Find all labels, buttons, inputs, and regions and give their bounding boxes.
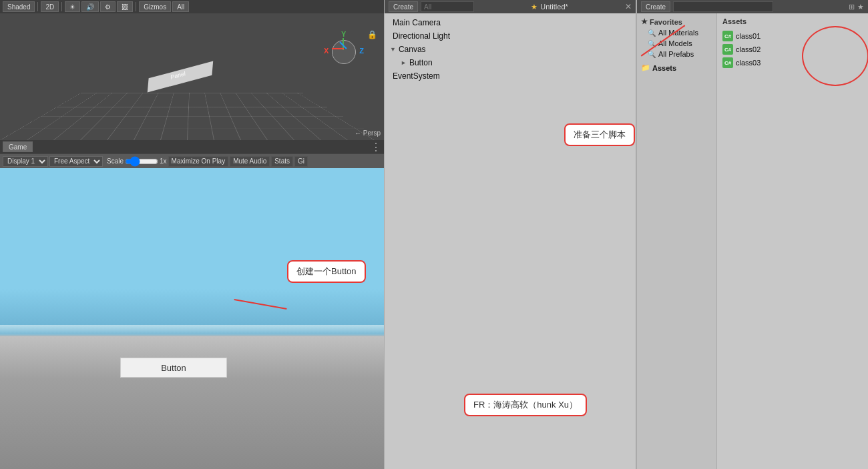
- game-view: Game ⋮ Display 1 Free Aspect Scale 1x Ma…: [0, 140, 384, 469]
- game-canvas: Button: [0, 168, 384, 469]
- assets-main-header: Assets: [720, 16, 865, 27]
- gi-btn[interactable]: Gi: [294, 156, 308, 167]
- assets-create-btn[interactable]: Create: [641, 1, 670, 12]
- materials-search-icon: 🔍: [648, 29, 656, 37]
- assets-star-icon[interactable]: ★: [857, 3, 864, 11]
- scene-view: Panel Y X Z 🔒 ← Persp: [0, 13, 384, 140]
- assets-header: Create ⊞ ★: [637, 0, 868, 13]
- all-models-item[interactable]: 🔍 All Models: [637, 38, 716, 49]
- game-ui-button[interactable]: Button: [120, 358, 227, 378]
- gizmos-btn[interactable]: Gizmos: [139, 1, 171, 12]
- asset-class02[interactable]: C# class02: [720, 43, 865, 56]
- fx-btn[interactable]: ⚙: [100, 1, 116, 12]
- hier-button-label: Button: [409, 58, 433, 67]
- img-btn[interactable]: 🖼: [117, 1, 133, 12]
- z-label: Z: [359, 47, 364, 55]
- button-callout: 创建一个Button: [287, 260, 366, 283]
- hierarchy-content: Main Camera Directional Light ▼ Canvas ►…: [385, 13, 636, 85]
- mute-btn[interactable]: Mute Audio: [230, 156, 270, 167]
- assets-panel: Create ⊞ ★ ★ Favorites 🔍 All Materials 🔍: [636, 0, 868, 469]
- assets-header-left: Create: [641, 1, 773, 12]
- hierarchy-close-btn[interactable]: ✕: [625, 2, 632, 11]
- hierarchy-create-btn[interactable]: Create: [389, 1, 418, 12]
- hier-eventsystem-label: EventSystem: [393, 71, 440, 81]
- assets-icon1[interactable]: ⊞: [849, 3, 855, 11]
- hierarchy-title: Untitled*: [540, 3, 568, 11]
- sep2: [61, 2, 62, 11]
- hier-main-camera[interactable]: Main Camera: [385, 16, 636, 29]
- canvas-collapse-icon: ▼: [390, 46, 396, 53]
- class01-icon: C#: [722, 31, 733, 41]
- game-tab[interactable]: Game: [3, 141, 33, 152]
- display-select[interactable]: Display 1: [3, 156, 48, 167]
- folder-icon: 📁: [641, 63, 650, 72]
- gizmo-center: [332, 40, 356, 64]
- horizon-glow: [0, 325, 384, 335]
- assets-folder-label: Assets: [652, 64, 676, 72]
- favorites-header: ★ Favorites: [637, 16, 716, 27]
- all-materials-item[interactable]: 🔍 All Materials: [637, 27, 716, 38]
- hier-canvas-label: Canvas: [399, 45, 426, 54]
- hierarchy-header: Create ★ Untitled* ✕: [385, 0, 636, 13]
- favorites-label: Favorites: [650, 18, 682, 26]
- class02-icon: C#: [722, 44, 733, 55]
- hier-main-camera-label: Main Camera: [393, 18, 441, 27]
- game-toolbar: Display 1 Free Aspect Scale 1x Maximize …: [0, 153, 384, 168]
- hier-canvas[interactable]: ▼ Canvas: [385, 43, 636, 56]
- assets-main: Assets C# class01 C# class02 C# class03: [717, 13, 868, 469]
- all-prefabs-label: All Prefabs: [658, 50, 694, 58]
- aspect-select[interactable]: Free Aspect: [49, 156, 103, 167]
- hier-directional-light-label: Directional Light: [393, 31, 450, 41]
- class03-icon: C#: [722, 57, 733, 68]
- assets-sidebar: ★ Favorites 🔍 All Materials 🔍 All Models…: [637, 13, 717, 469]
- favorites-star-icon: ★: [641, 17, 648, 26]
- hier-eventsystem[interactable]: EventSystem: [385, 69, 636, 83]
- hierarchy-header-left: Create: [389, 1, 474, 12]
- sep1: [37, 2, 38, 11]
- y-label: Y: [341, 30, 346, 38]
- scale-value: 1x: [160, 157, 167, 165]
- stats-btn[interactable]: Stats: [271, 156, 293, 167]
- 2d-btn[interactable]: 2D: [41, 1, 59, 12]
- button-collapse-icon: ►: [401, 59, 407, 66]
- assets-search[interactable]: [673, 1, 773, 12]
- hier-button[interactable]: ► Button: [395, 56, 636, 69]
- class03-label: class03: [736, 59, 761, 67]
- assets-header-right: ⊞ ★: [849, 3, 864, 11]
- assets-body: ★ Favorites 🔍 All Materials 🔍 All Models…: [637, 13, 868, 469]
- x-label: X: [324, 47, 329, 55]
- persp-label: ← Persp: [355, 129, 381, 137]
- prefabs-search-icon: 🔍: [648, 51, 656, 58]
- maximize-btn[interactable]: Maximize On Play: [168, 156, 229, 167]
- class01-label: class01: [736, 32, 761, 40]
- lock-icon[interactable]: 🔒: [367, 30, 377, 39]
- hierarchy-title-area: ★ Untitled*: [531, 3, 568, 11]
- scripts-callout: 准备三个脚本: [564, 123, 635, 146]
- scene-gizmo[interactable]: Y X Z: [324, 30, 364, 70]
- scale-text: Scale: [107, 157, 124, 165]
- scale-slider[interactable]: [125, 158, 158, 165]
- hier-directional-light[interactable]: Directional Light: [385, 29, 636, 43]
- x-axis: [332, 48, 344, 49]
- asset-class03[interactable]: C# class03: [720, 56, 865, 69]
- light-btn[interactable]: ☀: [65, 1, 80, 12]
- game-panel-controls[interactable]: ⋮: [371, 141, 381, 153]
- asset-class01[interactable]: C# class01: [720, 29, 865, 43]
- assets-items-container: C# class01 C# class02 C# class03: [720, 29, 865, 69]
- search-scene-btn[interactable]: All: [172, 1, 189, 12]
- sep3: [136, 2, 136, 11]
- hierarchy-search[interactable]: [421, 1, 474, 12]
- favorites-section: ★ Favorites 🔍 All Materials 🔍 All Models…: [637, 16, 716, 59]
- hierarchy-star-icon: ★: [531, 3, 537, 11]
- audio-btn[interactable]: 🔊: [81, 1, 99, 12]
- game-header: Game ⋮: [0, 140, 384, 153]
- class02-label: class02: [736, 45, 761, 53]
- assets-folder-item[interactable]: 📁 Assets: [637, 62, 716, 73]
- shaded-btn[interactable]: Shaded: [3, 1, 35, 12]
- footer-callout: FR：海涛高软（hunk Xu）: [464, 394, 587, 416]
